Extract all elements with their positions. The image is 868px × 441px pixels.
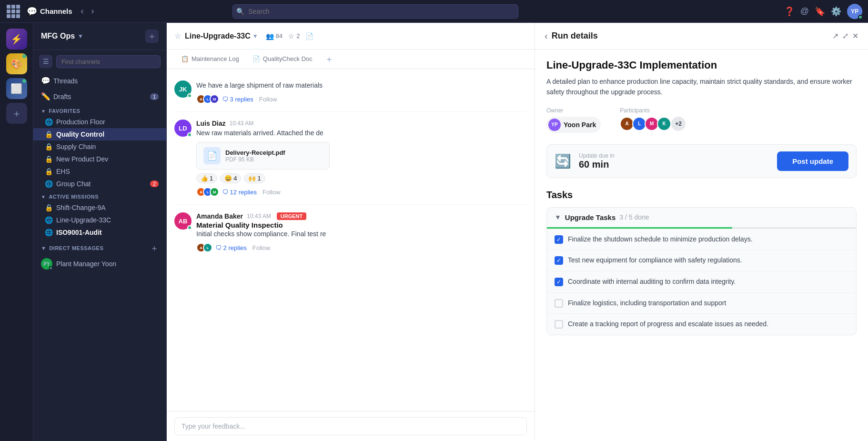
task-3-checkbox[interactable]: ✓: [555, 278, 563, 286]
back-button[interactable]: ‹: [78, 4, 87, 18]
msg-2-footer: A L M 🗨 12 replies Follow: [196, 187, 527, 197]
member-count[interactable]: 👥 84: [266, 32, 283, 40]
msg-2-follow[interactable]: Follow: [262, 189, 281, 196]
missions-chevron-icon: ▼: [41, 194, 46, 200]
task-1-checkbox[interactable]: ✓: [555, 235, 563, 244]
channel-shift-change-label: Shift-Change-9A: [56, 204, 106, 211]
settings-icon[interactable]: ⚙️: [831, 6, 841, 17]
msg-3-time: 10:43 AM: [247, 213, 271, 220]
reaction-smile[interactable]: 😄 4: [220, 173, 241, 183]
owner-label: Owner: [546, 107, 601, 114]
channel-star-icon[interactable]: ☆: [174, 31, 181, 40]
dm-chevron-icon: ▼: [41, 245, 46, 251]
channel-line-upgrade-label: Line-Upgrade-33C: [56, 216, 111, 224]
msg-2-header: Luis Diaz 10:43 AM: [196, 120, 527, 127]
add-workspace-button[interactable]: ＋: [6, 103, 27, 124]
channel-quality-control[interactable]: 🔒 Quality Control: [33, 128, 166, 140]
dm-add-button[interactable]: ＋: [150, 242, 159, 254]
msg-1-reply-avatars: A L M: [196, 94, 216, 104]
channel-iso9001[interactable]: 🌐 ISO9001-Audit: [33, 226, 166, 239]
reaction-clap[interactable]: 🙌 1: [244, 173, 265, 183]
tab-quality-check[interactable]: 📄 QualityCheck Doc: [246, 50, 319, 68]
channel-shift-change[interactable]: 🔒 Shift-Change-9A: [33, 201, 166, 214]
channel-iso9001-label: ISO9001-Audit: [56, 229, 102, 236]
add-tab-button[interactable]: ＋: [323, 50, 335, 69]
dm-section-toggle[interactable]: ▼ DIRECT MESSAGES: [41, 245, 103, 251]
chat-channel-title[interactable]: Line-Upgrade-33C ▼: [185, 32, 258, 40]
workspace-name-button[interactable]: MFG Ops ▼: [41, 32, 83, 40]
find-channels-input[interactable]: [56, 55, 161, 68]
workspace-add-button[interactable]: ＋: [145, 30, 159, 43]
msg-3-avatar: AB: [174, 212, 192, 230]
dm-section-label: DIRECT MESSAGES: [49, 245, 103, 251]
task-group-header[interactable]: ▼ Upgrade Tasks 3 / 5 done: [547, 208, 856, 227]
reaction-count-1: 1: [210, 175, 213, 182]
chat-input-area: Type your feedback...: [167, 411, 535, 441]
task-4-checkbox[interactable]: [555, 299, 563, 308]
msg-2-replies[interactable]: 🗨 12 replies: [222, 189, 257, 196]
run-back-button[interactable]: ‹: [545, 30, 548, 41]
task-group-chevron-icon: ▼: [555, 213, 561, 221]
run-details-body: Line-Upgrade-33C Implementation A detail…: [535, 50, 868, 351]
tab-maintenance-log[interactable]: 📋 Maintenance Log: [174, 50, 246, 68]
grid-icon[interactable]: [6, 4, 21, 19]
channel-new-product-dev-label: New Product Dev: [56, 155, 108, 163]
msg-3-follow[interactable]: Follow: [252, 244, 271, 251]
msg-2-text: New raw materials arrived. Attached the …: [196, 128, 527, 138]
chat-header: ☆ Line-Upgrade-33C ▼ 👥 84 ☆ 2 📄: [167, 23, 535, 50]
channel-new-product-dev[interactable]: 🔒 New Product Dev: [33, 153, 166, 165]
task-group-name: Upgrade Tasks: [565, 213, 616, 221]
msg-1-follow[interactable]: Follow: [259, 96, 277, 103]
dm-plant-manager-yoon[interactable]: PY Plant Manager Yoon: [33, 256, 166, 272]
user-avatar[interactable]: YP: [847, 4, 862, 19]
group-chat-badge: 2: [150, 180, 159, 187]
tasks-title: Tasks: [546, 190, 857, 200]
forward-button[interactable]: ›: [89, 4, 97, 18]
filter-button[interactable]: ☰: [39, 55, 52, 68]
mention-icon[interactable]: @: [800, 6, 809, 16]
workspace-icon-1[interactable]: ⚡: [6, 29, 27, 50]
channel-line-upgrade[interactable]: 🌐 Line-Upgrade-33C: [33, 214, 166, 226]
nav-item-drafts[interactable]: ✏️ Drafts 1: [33, 89, 166, 104]
workspace-icon-3[interactable]: ⬜: [6, 78, 27, 99]
chat-channel-name: Line-Upgrade-33C: [185, 32, 251, 40]
star-count[interactable]: ☆ 2: [288, 32, 300, 40]
run-expand-icon[interactable]: ⤢: [842, 31, 848, 40]
section-active-missions[interactable]: ▼ ACTIVE MISSIONS: [33, 190, 166, 201]
channel-search-bar: ☰: [33, 50, 166, 73]
direct-messages-section: ▼ DIRECT MESSAGES ＋: [33, 239, 166, 256]
msg-2-attachment[interactable]: 📄 Delivery-Receipt.pdf PDF 95 KB: [196, 142, 330, 170]
doc-icon-meta[interactable]: 📄: [305, 32, 313, 40]
lock-icon: 🔒: [45, 130, 52, 138]
messages-list: JK We have a large shipment of raw mater…: [167, 69, 535, 411]
msg-3-replies[interactable]: 🗨 2 replies: [215, 244, 247, 251]
nav-threads-label: Threads: [53, 77, 78, 85]
channel-quality-control-label: Quality Control: [56, 130, 104, 138]
workspace-icon-2[interactable]: 🎨: [6, 53, 27, 74]
attachment-info: Delivery-Receipt.pdf PDF 95 KB: [225, 149, 285, 163]
channel-supply-chain[interactable]: 🔒 Supply Chain: [33, 140, 166, 153]
message-input[interactable]: Type your feedback...: [174, 417, 527, 435]
channel-group-chat[interactable]: 🌐 Group Chat 2: [33, 178, 166, 190]
task-5-checkbox[interactable]: [555, 320, 563, 329]
run-external-link-icon[interactable]: ↗: [832, 31, 838, 40]
owner-chip: YP Yoon Park: [546, 117, 601, 133]
tasks-section: Tasks ▼ Upgrade Tasks 3 / 5 done: [546, 190, 857, 335]
bookmark-icon[interactable]: 🔖: [815, 6, 825, 17]
search-input[interactable]: [232, 4, 518, 19]
nav-item-threads[interactable]: 💬 Threads: [33, 73, 166, 89]
task-2-checkbox[interactable]: ✓: [555, 256, 563, 265]
msg-1-replies[interactable]: 🗨 3 replies: [222, 96, 253, 103]
msg-3-footer: A L 🗨 2 replies Follow: [196, 243, 527, 252]
task-1-text: Finalize the shutdown schedule to minimi…: [568, 235, 753, 244]
channel-production-floor[interactable]: 🌐 Production Floor: [33, 116, 166, 128]
help-icon[interactable]: ❓: [784, 6, 795, 17]
run-close-icon[interactable]: ✕: [852, 31, 858, 40]
section-favorites[interactable]: ▼ FAVORITES: [33, 104, 166, 116]
msg-3-header: Amanda Baker 10:43 AM URGENT: [196, 212, 527, 220]
channel-ehs[interactable]: 🔒 EHS: [33, 165, 166, 178]
post-update-button[interactable]: Post update: [777, 151, 848, 171]
msg-1-footer: A L M 🗨 3 replies Follow: [196, 94, 527, 104]
workspace-1-icon: ⚡: [6, 29, 27, 50]
reaction-thumbsup[interactable]: 👍 1: [196, 173, 217, 183]
